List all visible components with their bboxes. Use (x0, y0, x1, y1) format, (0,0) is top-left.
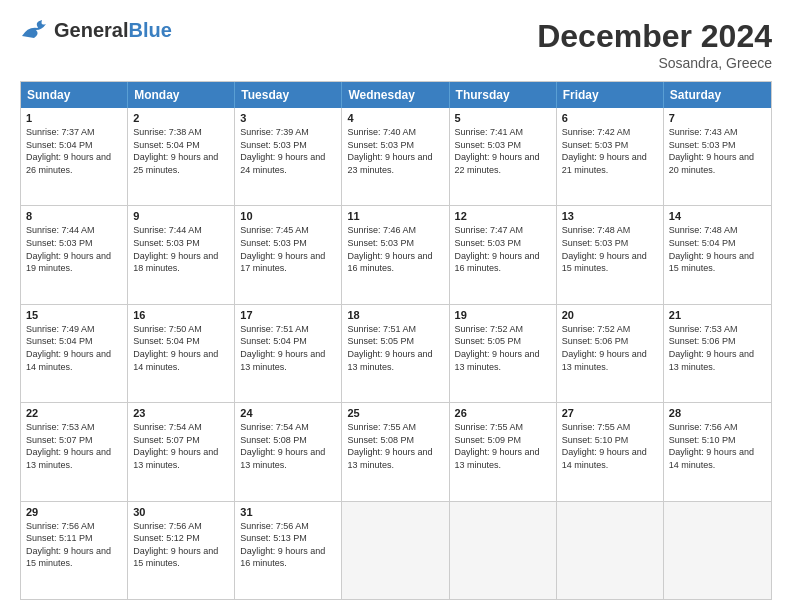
day-info: Sunrise: 7:54 AM Sunset: 5:07 PM Dayligh… (133, 421, 229, 471)
calendar-empty-cell (342, 502, 449, 599)
logo-blue-text: Blue (128, 19, 171, 41)
calendar-day-cell: 22Sunrise: 7:53 AM Sunset: 5:07 PM Dayli… (21, 403, 128, 500)
day-number: 7 (669, 112, 766, 124)
calendar-day-cell: 20Sunrise: 7:52 AM Sunset: 5:06 PM Dayli… (557, 305, 664, 402)
calendar-row: 22Sunrise: 7:53 AM Sunset: 5:07 PM Dayli… (21, 402, 771, 500)
day-info: Sunrise: 7:52 AM Sunset: 5:06 PM Dayligh… (562, 323, 658, 373)
weekday-header: Tuesday (235, 82, 342, 108)
calendar-day-cell: 4Sunrise: 7:40 AM Sunset: 5:03 PM Daylig… (342, 108, 449, 205)
weekday-header: Wednesday (342, 82, 449, 108)
day-number: 11 (347, 210, 443, 222)
day-info: Sunrise: 7:38 AM Sunset: 5:04 PM Dayligh… (133, 126, 229, 176)
calendar: SundayMondayTuesdayWednesdayThursdayFrid… (20, 81, 772, 600)
day-info: Sunrise: 7:55 AM Sunset: 5:08 PM Dayligh… (347, 421, 443, 471)
calendar-day-cell: 1Sunrise: 7:37 AM Sunset: 5:04 PM Daylig… (21, 108, 128, 205)
day-number: 12 (455, 210, 551, 222)
day-info: Sunrise: 7:51 AM Sunset: 5:04 PM Dayligh… (240, 323, 336, 373)
day-info: Sunrise: 7:40 AM Sunset: 5:03 PM Dayligh… (347, 126, 443, 176)
day-number: 25 (347, 407, 443, 419)
day-number: 9 (133, 210, 229, 222)
day-number: 29 (26, 506, 122, 518)
header: GeneralBlue December 2024 Sosandra, Gree… (20, 18, 772, 71)
calendar-day-cell: 12Sunrise: 7:47 AM Sunset: 5:03 PM Dayli… (450, 206, 557, 303)
day-number: 6 (562, 112, 658, 124)
day-info: Sunrise: 7:37 AM Sunset: 5:04 PM Dayligh… (26, 126, 122, 176)
day-number: 10 (240, 210, 336, 222)
day-number: 26 (455, 407, 551, 419)
day-info: Sunrise: 7:46 AM Sunset: 5:03 PM Dayligh… (347, 224, 443, 274)
day-info: Sunrise: 7:55 AM Sunset: 5:10 PM Dayligh… (562, 421, 658, 471)
day-number: 5 (455, 112, 551, 124)
calendar-day-cell: 10Sunrise: 7:45 AM Sunset: 5:03 PM Dayli… (235, 206, 342, 303)
day-info: Sunrise: 7:47 AM Sunset: 5:03 PM Dayligh… (455, 224, 551, 274)
day-number: 30 (133, 506, 229, 518)
day-info: Sunrise: 7:55 AM Sunset: 5:09 PM Dayligh… (455, 421, 551, 471)
calendar-empty-cell (557, 502, 664, 599)
day-number: 21 (669, 309, 766, 321)
calendar-day-cell: 15Sunrise: 7:49 AM Sunset: 5:04 PM Dayli… (21, 305, 128, 402)
day-number: 13 (562, 210, 658, 222)
calendar-row: 15Sunrise: 7:49 AM Sunset: 5:04 PM Dayli… (21, 304, 771, 402)
calendar-empty-cell (664, 502, 771, 599)
calendar-header: SundayMondayTuesdayWednesdayThursdayFrid… (21, 82, 771, 108)
day-number: 3 (240, 112, 336, 124)
calendar-day-cell: 2Sunrise: 7:38 AM Sunset: 5:04 PM Daylig… (128, 108, 235, 205)
calendar-day-cell: 23Sunrise: 7:54 AM Sunset: 5:07 PM Dayli… (128, 403, 235, 500)
month-title: December 2024 (537, 18, 772, 55)
day-number: 24 (240, 407, 336, 419)
calendar-day-cell: 7Sunrise: 7:43 AM Sunset: 5:03 PM Daylig… (664, 108, 771, 205)
day-number: 31 (240, 506, 336, 518)
day-info: Sunrise: 7:53 AM Sunset: 5:06 PM Dayligh… (669, 323, 766, 373)
calendar-day-cell: 13Sunrise: 7:48 AM Sunset: 5:03 PM Dayli… (557, 206, 664, 303)
calendar-day-cell: 30Sunrise: 7:56 AM Sunset: 5:12 PM Dayli… (128, 502, 235, 599)
calendar-day-cell: 19Sunrise: 7:52 AM Sunset: 5:05 PM Dayli… (450, 305, 557, 402)
day-number: 20 (562, 309, 658, 321)
day-info: Sunrise: 7:56 AM Sunset: 5:10 PM Dayligh… (669, 421, 766, 471)
calendar-empty-cell (450, 502, 557, 599)
calendar-day-cell: 25Sunrise: 7:55 AM Sunset: 5:08 PM Dayli… (342, 403, 449, 500)
day-number: 28 (669, 407, 766, 419)
weekday-header: Sunday (21, 82, 128, 108)
day-info: Sunrise: 7:44 AM Sunset: 5:03 PM Dayligh… (133, 224, 229, 274)
calendar-body: 1Sunrise: 7:37 AM Sunset: 5:04 PM Daylig… (21, 108, 771, 599)
calendar-row: 29Sunrise: 7:56 AM Sunset: 5:11 PM Dayli… (21, 501, 771, 599)
day-info: Sunrise: 7:54 AM Sunset: 5:08 PM Dayligh… (240, 421, 336, 471)
calendar-day-cell: 3Sunrise: 7:39 AM Sunset: 5:03 PM Daylig… (235, 108, 342, 205)
calendar-row: 1Sunrise: 7:37 AM Sunset: 5:04 PM Daylig… (21, 108, 771, 205)
day-number: 27 (562, 407, 658, 419)
day-info: Sunrise: 7:52 AM Sunset: 5:05 PM Dayligh… (455, 323, 551, 373)
day-info: Sunrise: 7:49 AM Sunset: 5:04 PM Dayligh… (26, 323, 122, 373)
calendar-day-cell: 31Sunrise: 7:56 AM Sunset: 5:13 PM Dayli… (235, 502, 342, 599)
day-info: Sunrise: 7:56 AM Sunset: 5:12 PM Dayligh… (133, 520, 229, 570)
day-info: Sunrise: 7:45 AM Sunset: 5:03 PM Dayligh… (240, 224, 336, 274)
day-info: Sunrise: 7:48 AM Sunset: 5:03 PM Dayligh… (562, 224, 658, 274)
calendar-day-cell: 29Sunrise: 7:56 AM Sunset: 5:11 PM Dayli… (21, 502, 128, 599)
day-info: Sunrise: 7:56 AM Sunset: 5:13 PM Dayligh… (240, 520, 336, 570)
day-number: 18 (347, 309, 443, 321)
weekday-header: Monday (128, 82, 235, 108)
calendar-day-cell: 24Sunrise: 7:54 AM Sunset: 5:08 PM Dayli… (235, 403, 342, 500)
weekday-header: Thursday (450, 82, 557, 108)
day-info: Sunrise: 7:42 AM Sunset: 5:03 PM Dayligh… (562, 126, 658, 176)
calendar-day-cell: 16Sunrise: 7:50 AM Sunset: 5:04 PM Dayli… (128, 305, 235, 402)
logo-general-text: General (54, 19, 128, 41)
day-info: Sunrise: 7:44 AM Sunset: 5:03 PM Dayligh… (26, 224, 122, 274)
day-number: 17 (240, 309, 336, 321)
calendar-day-cell: 18Sunrise: 7:51 AM Sunset: 5:05 PM Dayli… (342, 305, 449, 402)
calendar-day-cell: 9Sunrise: 7:44 AM Sunset: 5:03 PM Daylig… (128, 206, 235, 303)
day-number: 23 (133, 407, 229, 419)
weekday-header: Saturday (664, 82, 771, 108)
day-info: Sunrise: 7:51 AM Sunset: 5:05 PM Dayligh… (347, 323, 443, 373)
day-info: Sunrise: 7:53 AM Sunset: 5:07 PM Dayligh… (26, 421, 122, 471)
day-number: 14 (669, 210, 766, 222)
logo-bird-icon (20, 18, 50, 42)
calendar-day-cell: 27Sunrise: 7:55 AM Sunset: 5:10 PM Dayli… (557, 403, 664, 500)
day-info: Sunrise: 7:56 AM Sunset: 5:11 PM Dayligh… (26, 520, 122, 570)
calendar-day-cell: 28Sunrise: 7:56 AM Sunset: 5:10 PM Dayli… (664, 403, 771, 500)
calendar-day-cell: 21Sunrise: 7:53 AM Sunset: 5:06 PM Dayli… (664, 305, 771, 402)
day-info: Sunrise: 7:43 AM Sunset: 5:03 PM Dayligh… (669, 126, 766, 176)
calendar-day-cell: 14Sunrise: 7:48 AM Sunset: 5:04 PM Dayli… (664, 206, 771, 303)
calendar-day-cell: 26Sunrise: 7:55 AM Sunset: 5:09 PM Dayli… (450, 403, 557, 500)
weekday-header: Friday (557, 82, 664, 108)
day-number: 19 (455, 309, 551, 321)
